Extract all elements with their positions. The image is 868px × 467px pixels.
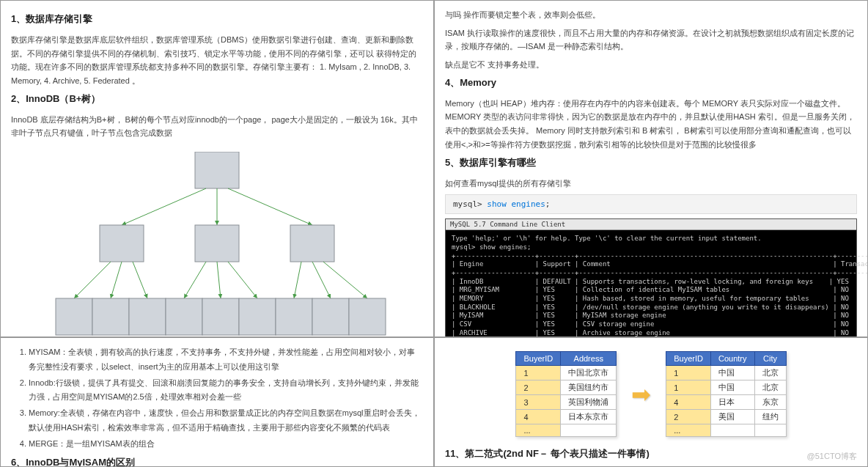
para-storage-engine: 数据库存储引擎是数据库底层软件组织，数据库管理系统（DBMS）使用数据引擎进行创… <box>11 33 423 88</box>
svg-line-13 <box>294 262 301 298</box>
para-engines-q: 如何查看mysql提供的所有存储引擎 <box>445 177 857 191</box>
para-innodb: InnoDB 底层存储结构为B+树， B树的每个节点对应innodb的一个pag… <box>11 113 423 140</box>
svg-rect-19 <box>166 298 202 335</box>
svg-rect-6 <box>290 225 334 262</box>
arrow-icon: ➡ <box>631 380 651 408</box>
svg-rect-5 <box>195 225 239 262</box>
para-memory: Memory（也叫 HEAP）堆内存：使用存在内存中的内容来创建表。每个 MEM… <box>445 97 857 152</box>
heading-engines: 5、数据库引擎有哪些 <box>445 156 857 169</box>
table-before: BuyerIDAddress 1中国北京市 2美国纽约市 3英国利物浦 4日本东… <box>515 351 617 437</box>
svg-line-1 <box>122 188 206 225</box>
svg-rect-18 <box>129 298 166 335</box>
watermark: @51CTO博客 <box>807 451 857 462</box>
code-show-engines: mysql> show engines; <box>445 194 857 214</box>
terminal-output: MySQL 5.7 Command Line Client Type 'help… <box>445 218 857 337</box>
heading-diff: 6、InnoDB与MyISAM的区别 <box>11 456 423 467</box>
svg-rect-23 <box>312 298 349 335</box>
svg-line-14 <box>312 262 331 298</box>
terminal-title: MySQL 5.7 Command Line Client <box>446 219 856 230</box>
svg-line-10 <box>184 262 206 298</box>
svg-line-8 <box>111 262 122 298</box>
svg-rect-24 <box>349 298 386 335</box>
list-item: MYISAM：全表锁，拥有较高的执行速度，不支持事务，不支持外键，并发性能差，占… <box>29 345 423 375</box>
engine-list: MYISAM：全表锁，拥有较高的执行速度，不支持事务，不支持外键，并发性能差，占… <box>29 345 423 452</box>
table-after: BuyerIDCountryCity 1中国北京 1中国北京 4日本东京 2美国… <box>666 351 786 437</box>
svg-line-15 <box>323 262 367 298</box>
panel-bottom-right: BuyerIDAddress 1中国北京市 2美国纽约市 3英国利物浦 4日本东… <box>434 337 868 467</box>
svg-rect-21 <box>239 298 276 335</box>
svg-line-7 <box>74 262 111 298</box>
svg-rect-16 <box>56 298 92 335</box>
heading-innodb: 2、InnoDB（B+树） <box>11 92 423 106</box>
heading-2nf: 11、第二范式(2nd NF－ 每个表只描述一件事情) <box>445 447 857 460</box>
svg-rect-17 <box>92 298 129 335</box>
list-item: Innodb:行级锁，提供了具有提交、回滚和崩溃回复能力的事务安全，支持自动增长… <box>29 376 423 405</box>
svg-line-12 <box>228 262 257 298</box>
svg-rect-0 <box>195 152 239 188</box>
terminal-body: Type 'help;' or '\h' for help. Type '\c'… <box>446 230 856 337</box>
svg-line-9 <box>133 262 147 298</box>
panel-bottom-left: MYISAM：全表锁，拥有较高的执行速度，不支持事务，不支持外键，并发性能差，占… <box>0 337 434 467</box>
svg-rect-22 <box>276 298 312 335</box>
nf-tables: BuyerIDAddress 1中国北京市 2美国纽约市 3英国利物浦 4日本东… <box>445 351 857 437</box>
list-item: Memory:全表锁，存储在内容中，速度快，但会占用和数据量成正比的内存空间且数… <box>29 406 423 435</box>
list-item: MERGE：是一组MYISAM表的组合 <box>29 437 423 452</box>
panel-top-left: 1、数据库存储引擎 数据库存储引擎是数据库底层软件组织，数据库管理系统（DBMS… <box>0 0 434 337</box>
para-isam-desc: ISAM 执行读取操作的速度很快，而且不占用大量的内存和存储资源。在设计之初就预… <box>445 26 857 54</box>
svg-rect-20 <box>202 298 239 335</box>
svg-line-3 <box>228 188 312 225</box>
svg-rect-4 <box>100 225 144 262</box>
heading-memory: 4、Memory <box>445 76 857 89</box>
para-isam-intro: 与吗 操作而要锁定整个表，效率则会低些。 <box>445 8 857 22</box>
svg-line-11 <box>217 262 221 298</box>
para-isam-cons: 缺点是它不 支持事务处理。 <box>445 58 857 72</box>
heading-storage-engine: 1、数据库存储引擎 <box>11 12 423 26</box>
btree-diagram <box>11 152 423 337</box>
panel-top-right: 与吗 操作而要锁定整个表，效率则会低些。 ISAM 执行读取操作的速度很快，而且… <box>434 0 868 337</box>
